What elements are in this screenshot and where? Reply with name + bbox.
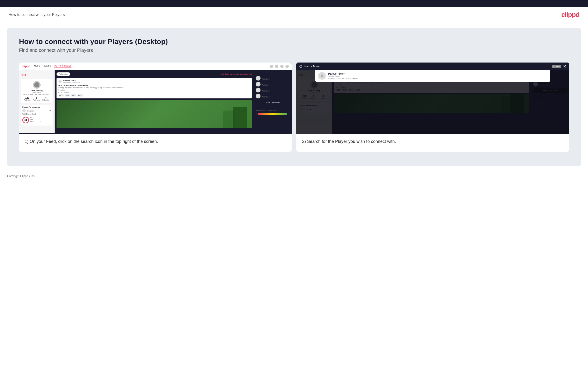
following-button[interactable]: Following ▾ <box>57 72 70 76</box>
quality-bar-rows: OTT 79 APP 70 <box>30 117 41 122</box>
stat-following: 4 Following <box>42 97 49 101</box>
stat-followers: 3 Followers <box>33 97 40 101</box>
step-text-2: 2) Search for the Player you wish to con… <box>302 138 563 145</box>
activity-duration: 02 hr : 00 min <box>58 92 250 93</box>
footer: Copyright Clippd 2022 <box>0 171 588 182</box>
profile-title: Golf Coach <box>23 92 51 93</box>
mock-body-1: Feed Blair McHarg Golf Coach Mill Ride G… <box>19 70 292 133</box>
activity-header: Richard Butler Yesterday · The Grove <box>58 80 250 83</box>
stat-activities: 129 Activities <box>24 97 31 101</box>
right-player-3: Hiraf Pujara Activities: 3 <box>256 88 290 92</box>
activity-desc: Walking the course with my coach to buil… <box>58 87 250 88</box>
right-player-2: Piers Parnell Activities: 4 <box>256 82 290 87</box>
control-link[interactable]: Control who can see your activity and da… <box>220 73 252 75</box>
mock-nav-right <box>270 65 289 68</box>
activity-card: Richard Butler Yesterday · The Grove Pre… <box>57 78 252 98</box>
result-club: Cypress Point Club, United Kingdom <box>328 77 359 79</box>
close-button[interactable]: ✕ <box>563 64 566 69</box>
top-bar <box>0 0 588 7</box>
search-icon-overlay <box>299 65 303 68</box>
settings-icon[interactable] <box>280 65 284 68</box>
feed-tab[interactable]: Feed <box>21 74 26 77</box>
mock-nav-1: clippd Home Teams My Performance <box>19 63 292 70</box>
svg-point-0 <box>300 65 302 67</box>
activity-meta: Yesterday · The Grove <box>63 82 80 83</box>
activity-tags: OTT APP ARG PUTT <box>58 94 250 97</box>
user-icon[interactable] <box>275 65 278 68</box>
step-caption-1: 1) On your Feed, click on the search ico… <box>19 134 292 152</box>
search-result-dropdown: Marcus Turner 1-5 Handicap Cypress Point… <box>315 70 550 82</box>
quality-score: 84 <box>22 117 29 123</box>
profile-name: Blair McHarg <box>23 90 51 92</box>
nav-teams[interactable]: Teams <box>44 64 51 68</box>
result-info: Marcus Turner 1-5 Handicap Cypress Point… <box>328 73 359 79</box>
tag-arg: ARG <box>71 94 76 97</box>
team-dashboard-button[interactable]: Team Dashboard <box>256 100 290 105</box>
right-player-avatar-3 <box>256 88 261 92</box>
profile-stats: 129 Activities 3 Followers 4 Following <box>23 97 51 101</box>
activity-user-name: Richard Butler <box>63 80 80 82</box>
quality-label: Total Player Quality <box>22 113 51 115</box>
avatar-inner <box>34 82 39 87</box>
mock-main-feed: Following ▾ Control who can see your act… <box>55 70 254 133</box>
search-query-text: Marcus Turner <box>304 65 550 68</box>
browser-mockup-1: clippd Home Teams My Performance <box>19 63 292 134</box>
player-perf-player-row: Eli Vincent ▼ <box>22 109 51 112</box>
activity-user-avatar <box>58 80 62 83</box>
quality-row-app: APP 70 <box>30 119 41 120</box>
following-row: Following ▾ Control who can see your act… <box>57 72 252 76</box>
profile-club: Mill Ride Golf Club, United Kingdom <box>23 93 51 95</box>
right-player-1: Richard Butler Activities: 7 <box>256 76 290 81</box>
golf-figure-1 <box>233 107 247 128</box>
mock-right-panel: Most Active Players - Last 30 days Richa… <box>254 70 292 133</box>
right-player-info-2: Piers Parnell Activities: 4 <box>262 83 272 86</box>
right-player-info-3: Hiraf Pujara Activities: 3 <box>262 88 271 92</box>
step-caption-2: 2) Search for the Player you wish to con… <box>296 134 569 152</box>
search-icon[interactable] <box>270 65 273 68</box>
tag-ott: OTT <box>58 94 64 97</box>
page-heading: How to connect with your Players (Deskto… <box>19 37 569 46</box>
tag-app: APP <box>65 94 70 97</box>
header: How to connect with your Players clippd <box>0 7 588 23</box>
page-title: How to connect with your Players <box>9 13 65 17</box>
player-perf-avatar <box>22 109 26 112</box>
right-player-4: Eli Vincent Activities: 1 <box>256 94 290 98</box>
screenshot-col-2: clippd Home Teams My Performance <box>296 63 569 152</box>
browser-mockup-2: clippd Home Teams My Performance <box>296 63 569 134</box>
screenshot-col-1: clippd Home Teams My Performance <box>19 63 292 152</box>
player-perf-title: Player Performance <box>22 106 51 108</box>
page-subheading: Find and connect with your Players <box>19 47 569 53</box>
right-player-info-1: Richard Butler Activities: 7 <box>262 77 273 80</box>
right-player-avatar-4 <box>256 94 261 98</box>
nav-home[interactable]: Home <box>34 64 40 68</box>
right-player-avatar-1 <box>256 76 261 81</box>
right-panel-title: Most Active Players - Last 30 days <box>256 72 290 74</box>
mock-sidebar-1: Feed Blair McHarg Golf Coach Mill Ride G… <box>19 70 55 133</box>
copyright-text: Copyright Clippd 2022 <box>7 175 35 178</box>
search-bar: Marcus Turner CLEAR ✕ <box>296 63 569 70</box>
main-content: How to connect with your Players (Deskto… <box>7 28 581 166</box>
quality-rows: Total Player Quality 84 OTT 79 <box>22 113 51 123</box>
right-player-avatar-2 <box>256 82 261 87</box>
heatmap-title: Team Heatmap <box>256 107 290 109</box>
mock-logo-1: clippd <box>22 65 30 68</box>
clear-button[interactable]: CLEAR <box>552 65 561 68</box>
result-name: Marcus Turner <box>328 73 359 75</box>
profile-card: Blair McHarg Golf Coach Mill Ride Golf C… <box>21 79 53 103</box>
tag-putt: PUTT <box>77 94 83 97</box>
result-avatar-icon <box>320 74 324 78</box>
player-perf-name: Eli Vincent <box>26 110 35 112</box>
player-performance-card: Player Performance Eli Vincent ▼ Total P… <box>21 105 53 126</box>
profile-avatar <box>33 81 41 89</box>
logo: clippd <box>562 11 579 18</box>
quality-row-ott: OTT 79 <box>30 117 41 118</box>
svg-point-1 <box>321 74 323 76</box>
profile-icon[interactable] <box>285 65 289 68</box>
activity-title: Pre Tournament Course Walk <box>58 84 250 87</box>
golf-image <box>57 100 252 128</box>
result-handicap: 1-5 Handicap <box>328 75 359 77</box>
step-text-1: 1) On your Feed, click on the search ico… <box>25 138 286 145</box>
nav-my-performance[interactable]: My Performance <box>54 64 71 68</box>
screenshots-row: clippd Home Teams My Performance <box>19 63 569 152</box>
quality-row-arg: ARG 64 <box>30 120 41 122</box>
